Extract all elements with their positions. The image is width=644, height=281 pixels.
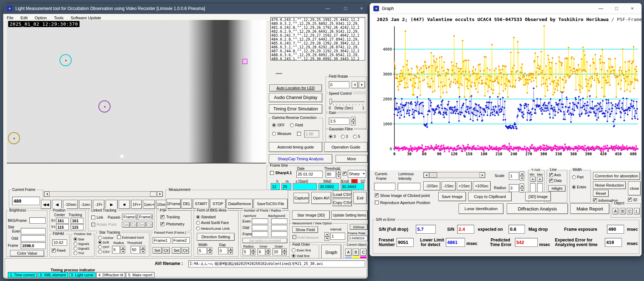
minus-10sec-graph-button[interactable]: -10Sec — [423, 181, 440, 191]
threshold-spinner[interactable] — [336, 170, 341, 178]
maximize-icon[interactable]: □ — [338, 3, 353, 14]
reset-button[interactable]: Reset — [593, 190, 609, 197]
avi-filename-field[interactable]: I:¥A-えんぺい観測¥観測記録2025¥20250102◎Valentine自… — [188, 260, 365, 267]
frame-rate-field[interactable]: 2.0408319 — [348, 235, 368, 241]
gc-radius-spinner[interactable] — [520, 183, 524, 193]
fwhm-fixed-checkbox[interactable] — [52, 249, 56, 253]
plus-1sec-button[interactable]: 1sec+ — [143, 200, 155, 209]
bkg-width-spinner[interactable] — [208, 247, 212, 254]
linked-clr1-button[interactable]: Clr — [131, 222, 137, 228]
gamma-measure-radio[interactable] — [272, 132, 276, 136]
gaussian-5-radio[interactable] — [353, 135, 357, 139]
tracking-off-radio[interactable] — [98, 245, 102, 249]
rotate-checkbox[interactable] — [91, 223, 95, 227]
selection-square[interactable] — [242, 59, 247, 64]
close-icon[interactable]: × — [354, 3, 368, 14]
line-axis-checkbox[interactable] — [549, 173, 553, 177]
gamma-off-radio[interactable] — [272, 123, 276, 127]
gamma-value-field[interactable]: 1.00 — [304, 130, 319, 137]
ymin-up-button[interactable] — [530, 177, 536, 182]
noise-reduction-button[interactable]: Noise Reduction — [593, 181, 626, 189]
information-checkbox[interactable] — [593, 198, 597, 202]
reproduce-checkbox[interactable] — [375, 201, 379, 204]
auto-location-led-button[interactable]: Auto Location for LED — [269, 84, 322, 92]
linked-set1-button[interactable]: Set — [122, 222, 130, 228]
3d-image-button[interactable]: [3D] Image — [525, 192, 551, 201]
capture-button[interactable]: Capture — [293, 193, 309, 203]
st-threshold-field[interactable]: 50 — [131, 246, 140, 254]
even-first-radio[interactable] — [292, 248, 296, 252]
menu-tools[interactable]: Tools — [50, 16, 67, 20]
psf-photometry-checkbox[interactable] — [160, 222, 164, 226]
aperture-circle-cyan[interactable] — [60, 54, 72, 66]
minus-1frame-button[interactable]: -1Fr — [93, 200, 104, 209]
light-curve-plot[interactable]: 0306090120150180210240270300330360390420… — [383, 23, 641, 170]
interval-spinner[interactable] — [324, 232, 329, 241]
star-image-3d-button[interactable]: Star Image [3D] — [292, 210, 330, 220]
linked-frame2-field[interactable]: Frame2 — [138, 214, 153, 220]
field-rotate-left-button[interactable] — [352, 81, 358, 88]
save-image-button[interactable]: Save Image — [438, 192, 466, 201]
graph-object-c-button[interactable]: C — [627, 208, 633, 214]
pix-odd-aperture[interactable] — [252, 225, 268, 230]
stop-button[interactable]: STOP — [210, 199, 226, 209]
sharp-filter-checkbox[interactable] — [343, 172, 347, 176]
timing-error-sim-button[interactable]: Timing Error Simulation — [269, 104, 322, 114]
save-csv-button[interactable]: SaveToCSV-File — [254, 199, 288, 209]
time-h-field[interactable]: 12 — [271, 183, 280, 190]
copy-csv-button[interactable]: Copy CSV — [333, 199, 352, 206]
sharpcap-button[interactable]: SharpCap Timing Analysis — [269, 154, 332, 163]
load-csv-button[interactable]: Load CSV — [333, 191, 352, 198]
asteroid-guide-button[interactable]: Asteroid timing guide — [269, 142, 322, 152]
sharp41-checkbox[interactable] — [270, 171, 274, 175]
plus-1frame-button[interactable]: 1Fr+ — [131, 200, 142, 209]
plus-1sec-graph-button[interactable]: +1Sec — [457, 181, 472, 191]
start-button[interactable]: START — [193, 199, 209, 209]
field-measure-checkbox[interactable] — [292, 235, 296, 239]
maximize-icon[interactable]: □ — [609, 3, 624, 14]
inner-spinner[interactable] — [266, 248, 270, 255]
pix-even-aperture[interactable] — [252, 218, 268, 224]
pp-set2-button[interactable]: Set — [172, 247, 181, 254]
close-graph-button[interactable]: close — [628, 181, 641, 196]
pp-clr1-button[interactable]: Clr — [163, 247, 170, 254]
minus-1sec-graph-button[interactable]: -1Sec — [441, 181, 456, 191]
scroll-right-icon[interactable] — [157, 192, 163, 197]
one-frame-button[interactable]: 1Frame — [167, 199, 181, 209]
radius-field[interactable]: 5 — [242, 248, 250, 255]
show-field-button[interactable]: Show Field — [292, 227, 318, 233]
star-frame-field[interactable]: 1598.0 — [21, 242, 46, 249]
width-part-radio[interactable] — [572, 175, 576, 179]
measurement-log[interactable]: 479.0,243.1,"",12,29,25.1992,25.4442,12,… — [270, 17, 365, 61]
scroll-left-icon[interactable] — [424, 172, 429, 178]
fwhm-field[interactable]: 10.62 — [52, 239, 67, 246]
menu-option[interactable]: Option — [31, 16, 50, 20]
lunar-identification-button[interactable]: Lunar Identification — [459, 203, 504, 214]
predicted-error-field[interactable]: 542 — [515, 238, 538, 247]
pp-clr2-button[interactable]: Clr — [182, 247, 189, 254]
hilight-button[interactable]: Hilight — [548, 185, 566, 192]
gamma-field-radio[interactable] — [290, 123, 294, 127]
psf-tracking-checkbox[interactable] — [160, 215, 164, 219]
width-entire-radio[interactable] — [572, 185, 576, 189]
limovie-titlebar[interactable]: ✦ Light Measurement tool for Occultation… — [3, 3, 368, 14]
graph-object-l-button[interactable]: L — [634, 208, 640, 214]
current-frame-field[interactable]: 489 — [12, 197, 40, 205]
estimated-track-checkbox[interactable] — [117, 235, 121, 239]
star-even-field[interactable] — [21, 228, 46, 234]
gain-input[interactable]: 2.5 — [329, 118, 349, 125]
time-end-field[interactable]: 30.3443 — [341, 183, 364, 190]
open-avi-button[interactable]: Open AVI — [311, 192, 331, 204]
frame-exposure-field[interactable]: 490 — [607, 225, 624, 234]
fresnel-field[interactable]: 9051 — [397, 238, 414, 247]
audio-channel-button[interactable]: Audio Channel Display — [269, 93, 322, 102]
minus-1sec-button[interactable]: -1sec — [79, 200, 92, 209]
set-radius-button[interactable]: Set radius to recorded — [242, 238, 287, 243]
menu-edit[interactable]: Edit — [17, 16, 31, 20]
posset-signal2-radio[interactable] — [73, 246, 77, 250]
radius-spinner[interactable] — [251, 248, 255, 255]
graph-scrollbar-thumb[interactable] — [429, 172, 437, 178]
show-image-checkbox[interactable] — [375, 193, 379, 197]
plus-10sec-graph-button[interactable]: +10Sec — [473, 181, 491, 191]
update-setting-items-button[interactable]: Update Setting Items — [331, 210, 368, 220]
